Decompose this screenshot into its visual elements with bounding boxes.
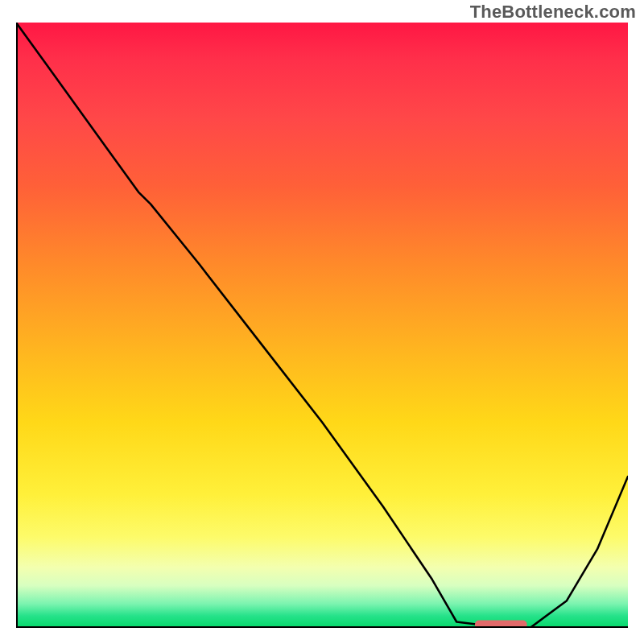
- gradient-background: [16, 23, 628, 628]
- attribution-label: TheBottleneck.com: [470, 2, 636, 23]
- plot-area: [16, 23, 628, 628]
- figure-container: TheBottleneck.com: [0, 0, 644, 644]
